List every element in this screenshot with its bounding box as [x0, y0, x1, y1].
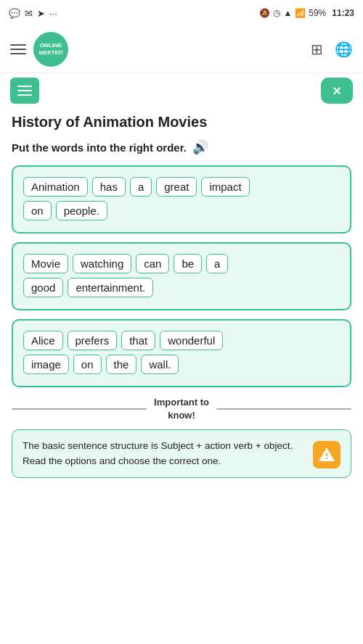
whatsapp-icon: 💬 — [9, 8, 20, 19]
clock: 11:23 — [332, 8, 354, 18]
word-tag[interactable]: good — [23, 278, 63, 297]
sentence-3-row-1: Alice prefers that wonderful — [23, 331, 340, 350]
sentence-1-row-1: Animation has a great impact — [23, 177, 340, 197]
telegram-icon: ➤ — [37, 8, 45, 19]
word-tag[interactable]: a — [206, 254, 228, 273]
logo: ONLINE МЕКТЕП — [33, 32, 68, 67]
word-tag[interactable]: can — [136, 254, 169, 273]
word-tag[interactable]: Alice — [23, 331, 63, 350]
sentence-box-1: Animation has a great impact on people. — [12, 165, 351, 234]
word-tag[interactable]: image — [23, 355, 69, 374]
close-icon: × — [333, 83, 341, 99]
word-tag[interactable]: people. — [56, 201, 107, 220]
info-box: The basic sentence structure is Subject … — [12, 429, 351, 478]
word-tag[interactable]: Movie — [23, 254, 68, 273]
mute-icon: 🔕 — [259, 8, 270, 18]
status-left-icons: 💬 ✉ ➤ ··· — [9, 8, 57, 19]
globe-icon[interactable]: 🌐 — [335, 41, 353, 58]
grid-icon[interactable]: ⊞ — [311, 41, 323, 58]
divider-text: Important toknow! — [154, 396, 209, 422]
dots-icon: ··· — [49, 8, 57, 19]
logo-line2: МЕКТЕП — [38, 49, 62, 57]
close-button[interactable]: × — [321, 78, 353, 104]
hamburger-menu[interactable] — [10, 44, 26, 54]
word-tag[interactable]: Animation — [23, 177, 88, 197]
sentence-3-row-2: image on the wall. — [23, 355, 340, 374]
word-tag[interactable]: impact — [201, 177, 249, 197]
info-box-text: The basic sentence structure is Subject … — [23, 439, 307, 468]
content-area: Put the words into the right order. 🔊 An… — [0, 133, 363, 484]
nav-left: ONLINE МЕКТЕП — [10, 32, 68, 67]
word-tag[interactable]: the — [106, 355, 137, 374]
menu-button[interactable] — [10, 78, 39, 104]
status-bar: 💬 ✉ ➤ ··· 🔕 ◷ ▲ 📶 59% 11:23 — [0, 0, 363, 26]
alarm-icon: ◷ — [273, 8, 280, 18]
word-tag[interactable]: on — [23, 201, 52, 220]
divider-line-right — [216, 408, 351, 410]
word-tag[interactable]: wall. — [141, 355, 179, 374]
word-tag[interactable]: watching — [73, 254, 131, 273]
wifi-icon: 📶 — [295, 8, 306, 18]
sentence-1-row-2: on people. — [23, 201, 340, 220]
signal-icon: ▲ — [283, 8, 292, 18]
sentence-box-2: Movie watching can be a good entertainme… — [12, 242, 351, 310]
nav-right: ⊞ 🌐 — [311, 41, 353, 58]
divider-line-left — [12, 408, 147, 410]
word-tag[interactable]: be — [174, 254, 202, 273]
sentence-2-row-2: good entertainment. — [23, 278, 340, 297]
instruction-row: Put the words into the right order. 🔊 — [12, 139, 351, 155]
instruction-text: Put the words into the right order. — [12, 141, 187, 154]
word-tag[interactable]: has — [92, 177, 126, 197]
page-title: History of Animation Movies — [0, 108, 363, 133]
sentence-2-row-1: Movie watching can be a — [23, 254, 340, 273]
status-right-icons: 🔕 ◷ ▲ 📶 59% 11:23 — [259, 8, 354, 18]
info-divider: Important toknow! — [12, 396, 351, 422]
word-tag[interactable]: on — [73, 355, 102, 374]
word-tag[interactable]: a — [130, 177, 152, 197]
toolbar-row: × — [0, 73, 363, 108]
word-tag[interactable]: prefers — [68, 331, 118, 350]
battery-level: 59% — [309, 8, 326, 18]
warning-triangle-icon — [313, 441, 340, 468]
message-icon: ✉ — [25, 8, 33, 19]
word-tag[interactable]: wonderful — [160, 331, 223, 350]
sentence-box-3: Alice prefers that wonderful image on th… — [12, 319, 351, 387]
word-tag[interactable]: that — [121, 331, 155, 350]
sound-icon[interactable]: 🔊 — [192, 139, 208, 155]
nav-bar: ONLINE МЕКТЕП ⊞ 🌐 — [0, 26, 363, 73]
word-tag[interactable]: great — [156, 177, 197, 197]
word-tag[interactable]: entertainment. — [68, 278, 153, 297]
logo-line1: ONLINE — [40, 42, 62, 49]
